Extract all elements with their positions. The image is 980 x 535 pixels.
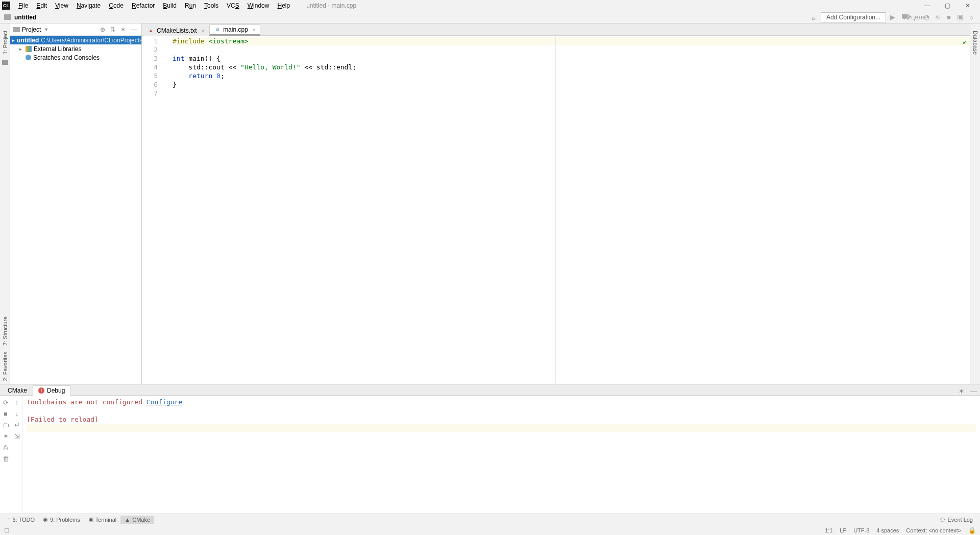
coverage-icon[interactable]: �целе	[911, 13, 920, 22]
tree-node-external-libs[interactable]: ▸ External Libraries	[10, 44, 141, 53]
search-icon[interactable]: ⌕	[808, 13, 819, 21]
menu-run[interactable]: Run	[181, 1, 200, 10]
window-close-icon[interactable]: ✕	[958, 0, 978, 11]
gutter: 1 2 3 4 5 6 7	[142, 36, 162, 384]
stop-icon[interactable]: ■	[0, 408, 11, 419]
run-config-selector[interactable]: Add Configuration...	[821, 12, 886, 22]
code-line[interactable]: return 0;	[173, 71, 970, 80]
print-icon[interactable]: ⎙	[0, 442, 11, 453]
tool-terminal[interactable]: ▣Terminal	[84, 515, 121, 524]
tab-label: Debug	[47, 387, 65, 394]
gear-icon[interactable]: ✶	[955, 387, 967, 395]
scroll-icon[interactable]: ⇲	[11, 430, 22, 442]
breadcrumb-project[interactable]: untitled	[14, 14, 36, 21]
tree-node-root[interactable]: ▸ untitled C:\Users\Administrator\CLionP…	[10, 36, 141, 44]
navigation-bar: untitled ⌕ Add Configuration... ▶ ⛊ �цел…	[0, 11, 980, 23]
tool-cmake[interactable]: ▲CMake	[120, 516, 154, 524]
cpp-file-icon: ⧈	[214, 27, 220, 33]
menu-file[interactable]: File	[14, 1, 32, 10]
bottom-tool-stripe: ≡6: TODO ◉9: Problems ▣Terminal ▲CMake ◌…	[0, 514, 980, 525]
hide-icon[interactable]: —	[129, 26, 138, 33]
menu-window[interactable]: Window	[243, 1, 274, 10]
trash-icon[interactable]: 🗑	[0, 453, 11, 464]
code-area[interactable]: #include <iostream> int main() { std::co…	[162, 36, 970, 384]
console-error-text: Toolchains are not configured	[27, 398, 146, 406]
code-line[interactable]: int main() {	[173, 54, 970, 63]
chevron-right-icon[interactable]: ▸	[19, 46, 26, 52]
code-line[interactable]: #include <iostream>	[173, 37, 970, 45]
menu-edit[interactable]: Edit	[32, 1, 51, 10]
status-caret[interactable]: 1:1	[825, 527, 832, 533]
chevron-down-icon[interactable]: ▼	[44, 27, 48, 32]
code-line[interactable]: std::cout << "Hello, World!" << std::end…	[173, 63, 970, 71]
hide-icon[interactable]: —	[967, 387, 980, 395]
project-panel-title[interactable]: Project	[22, 26, 41, 33]
stop-icon[interactable]: ■	[944, 13, 953, 22]
project-panel-header: Project ▼ ⊕ ⇅ ✶ —	[10, 23, 141, 36]
menu-build[interactable]: Build	[159, 1, 181, 10]
tree-node-scratches[interactable]: Scratches and Consoles	[10, 53, 141, 62]
tool-project-tab[interactable]: 1: Project	[1, 28, 9, 57]
tab-main-cpp[interactable]: ⧈ main.cpp ×	[209, 25, 260, 36]
tool-event-log[interactable]: ◌Event Log	[936, 515, 977, 524]
tool-structure-tab[interactable]: 7: Structure	[1, 313, 9, 349]
tree-node-path: C:\Users\Administrator\CLionProjects\unt…	[41, 37, 141, 44]
menu-help[interactable]: Help	[273, 1, 294, 10]
line-number: 4	[142, 63, 158, 71]
window-maximize-icon[interactable]: ▢	[937, 0, 958, 11]
right-tool-stripe: Database	[970, 23, 980, 384]
settings-icon[interactable]: ✶	[0, 430, 11, 442]
status-encoding[interactable]: UTF-8	[853, 527, 869, 533]
cmake-console[interactable]: Toolchains are not configured Configure …	[22, 396, 980, 514]
code-line[interactable]: }	[173, 80, 970, 89]
configure-link[interactable]: Configure	[146, 398, 182, 406]
tab-cmakelists[interactable]: ▲ CMakeLists.txt ×	[143, 25, 209, 36]
expand-icon[interactable]: ⇅	[109, 26, 117, 33]
status-indent[interactable]: 4 spaces	[876, 527, 899, 533]
menu-vcs[interactable]: VCS	[223, 1, 243, 10]
wrap-icon[interactable]: ↵	[11, 419, 22, 430]
tool-favorites-tab[interactable]: 2: Favorites	[1, 349, 9, 384]
down-icon[interactable]: ↓	[11, 408, 22, 419]
code-line[interactable]	[173, 45, 970, 54]
locate-icon[interactable]: ⊕	[99, 26, 107, 33]
attach-icon[interactable]: ⎋	[933, 13, 942, 22]
layout-icon[interactable]: ▣	[955, 13, 965, 22]
status-box-icon[interactable]: ▢	[4, 527, 9, 533]
chevron-right-icon[interactable]: ▸	[12, 38, 15, 43]
profile-icon[interactable]: ◔	[922, 13, 931, 22]
status-line-separator[interactable]: LF	[840, 527, 846, 533]
lock-icon[interactable]: 🔒	[968, 527, 976, 534]
run-icon[interactable]: ▶	[888, 13, 897, 22]
error-icon: !	[38, 387, 44, 394]
menu-refactor[interactable]: Refactor	[128, 1, 159, 10]
window-minimize-icon[interactable]: —	[917, 0, 937, 11]
tab-cmake-root[interactable]: CMake	[2, 385, 33, 396]
tool-database-tab[interactable]: Database	[971, 28, 979, 58]
bookmark-icon[interactable]	[2, 60, 8, 65]
code-line[interactable]	[173, 89, 970, 98]
reload-icon[interactable]: ⟳	[0, 397, 11, 408]
inspection-ok-icon[interactable]: ✔	[963, 38, 967, 46]
folder-icon[interactable]: 🗀	[0, 419, 11, 430]
project-tree[interactable]: ▸ untitled C:\Users\Administrator\CLionP…	[10, 36, 141, 384]
close-icon[interactable]: ×	[202, 28, 205, 34]
search-everywhere-icon[interactable]: ⌕	[967, 13, 976, 22]
status-bar: ▢ 1:1 LF UTF-8 4 spaces Context: <no con…	[0, 525, 980, 535]
up-icon[interactable]: ↑	[11, 397, 22, 408]
close-icon[interactable]: ×	[253, 27, 256, 33]
gear-icon[interactable]: ✶	[119, 26, 127, 33]
tab-debug[interactable]: ! Debug	[33, 385, 70, 396]
status-context[interactable]: Context: <no context>	[906, 527, 961, 533]
window-title: untitled - main.cpp	[306, 2, 356, 9]
menu-tools[interactable]: Tools	[200, 1, 223, 10]
menu-view[interactable]: View	[51, 1, 72, 10]
editor[interactable]: 1 2 3 4 5 6 7 #include <iostream> int ma…	[142, 36, 970, 384]
cmake-toolbar: ⟳ ↑ ■ ↓ 🗀 ↵ ✶ ⇲ ⎙ 🗑	[0, 396, 22, 514]
tool-todo[interactable]: ≡6: TODO	[3, 516, 39, 524]
tool-problems[interactable]: ◉9: Problems	[39, 515, 84, 524]
menu-navigate[interactable]: Navigate	[72, 1, 105, 10]
editor-tabs: ▲ CMakeLists.txt × ⧈ main.cpp ×	[142, 23, 970, 36]
tab-label: main.cpp	[223, 26, 248, 33]
menu-code[interactable]: Code	[105, 1, 128, 10]
